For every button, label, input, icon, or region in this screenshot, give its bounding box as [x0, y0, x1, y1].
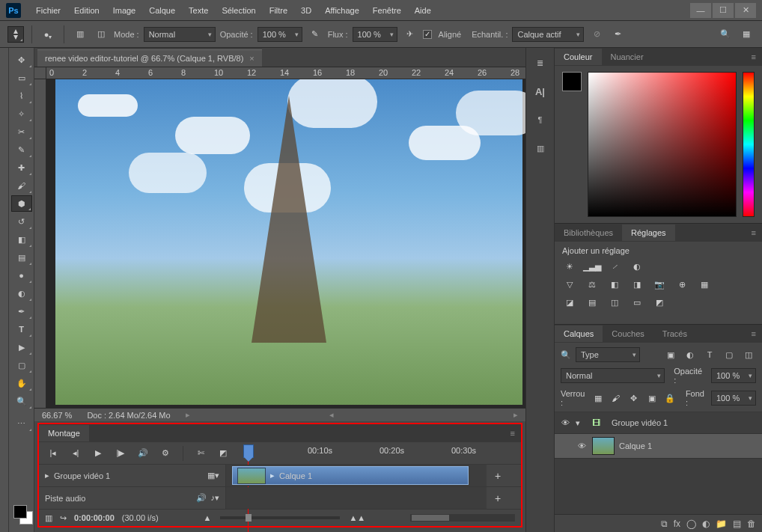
menu-image[interactable]: Image — [107, 3, 142, 18]
hand-tool[interactable]: ✋ — [11, 375, 32, 391]
playhead[interactable] — [243, 444, 254, 458]
prev-frame-icon[interactable]: ◂| — [67, 445, 84, 462]
split-clip-icon[interactable]: ✄ — [192, 445, 209, 462]
current-tool-icon[interactable] — [7, 26, 24, 43]
zoom-out-icon[interactable]: ▲ — [204, 513, 212, 522]
ignore-adjustment-icon[interactable]: ⊘ — [588, 26, 605, 43]
doc-size-status[interactable]: Doc : 2.64 Mo/2.64 Mo — [87, 411, 170, 420]
menu-calque[interactable]: Calque — [143, 3, 181, 18]
vibrance-icon[interactable]: ▽ — [562, 278, 577, 291]
collapse-icon[interactable]: ▾ — [576, 418, 580, 428]
filter-smart-icon[interactable]: ◫ — [741, 348, 756, 361]
new-group-icon[interactable]: 📁 — [716, 519, 727, 529]
menu-filtre[interactable]: Filtre — [263, 3, 293, 18]
layers-panel-menu-icon[interactable]: ≡ — [746, 329, 762, 338]
menu-fenetre[interactable]: Fenêtre — [367, 3, 407, 18]
gradientmap-icon[interactable]: ▭ — [630, 296, 644, 309]
lock-pixels-icon[interactable]: ▦ — [591, 391, 605, 405]
type-tool[interactable]: T — [11, 321, 32, 337]
history-brush-tool[interactable]: ↺ — [11, 213, 32, 230]
flux-dropdown[interactable]: 100 % — [353, 27, 397, 42]
eyedropper-tool[interactable]: ✎ — [11, 141, 32, 158]
current-time[interactable]: 0:00:00:00 — [74, 513, 115, 522]
next-frame-icon[interactable]: |▶ — [112, 445, 129, 462]
bibliotheques-tab[interactable]: Bibliothèques — [555, 224, 622, 241]
layer-name[interactable]: Calque 1 — [619, 441, 652, 450]
workspace-icon[interactable]: ▦ — [738, 26, 755, 43]
fg-swatch[interactable] — [562, 72, 582, 91]
timeline-ruler[interactable]: 00:10s 00:20s 00:30s — [242, 444, 515, 462]
brightness-icon[interactable]: ☀ — [562, 260, 577, 273]
curves-icon[interactable]: ⟋ — [607, 260, 622, 273]
audio-mute-icon[interactable]: 🔊 — [196, 493, 207, 503]
lock-artboard-icon[interactable]: ▣ — [645, 391, 659, 405]
opacity-dropdown[interactable]: 100 % — [257, 27, 302, 42]
history-panel-icon[interactable]: ≣ — [530, 54, 551, 72]
menu-texte[interactable]: Texte — [183, 3, 214, 18]
calques-tab[interactable]: Calques — [555, 325, 603, 342]
pressure-size-icon[interactable]: ✒ — [609, 26, 626, 43]
nuancier-tab[interactable]: Nuancier — [602, 49, 653, 65]
timeline-zoom-slider[interactable]: ▲ ▲▲ — [166, 513, 403, 522]
path-select-tool[interactable]: ▶ — [11, 339, 32, 355]
menu-edition[interactable]: Edition — [68, 3, 106, 18]
hue-slider[interactable] — [743, 72, 755, 217]
goto-start-icon[interactable]: |◂ — [45, 445, 61, 462]
add-audio-icon[interactable]: + — [487, 492, 509, 504]
marquee-tool[interactable]: ▭ — [11, 70, 32, 86]
blur-tool[interactable]: ● — [11, 267, 32, 284]
opacity-pressure-icon[interactable]: ✎ — [307, 26, 323, 43]
filter-shape-icon[interactable]: ▢ — [722, 348, 737, 361]
lock-paint-icon[interactable]: 🖌 — [609, 391, 623, 405]
posterize-icon[interactable]: ▤ — [585, 296, 600, 309]
clone-stamp-tool[interactable]: ⬢ — [11, 195, 32, 212]
traces-tab[interactable]: Tracés — [653, 325, 696, 342]
healing-tool[interactable]: ✚ — [11, 159, 32, 176]
menu-affichage[interactable]: Affichage — [319, 3, 365, 18]
brush-panel-toggle-icon[interactable]: ▥ — [72, 26, 88, 43]
mute-icon[interactable]: 🔊 — [135, 445, 151, 462]
edit-toolbar[interactable]: ⋯ — [11, 415, 32, 432]
timeline-settings-icon[interactable]: ⚙ — [157, 445, 174, 462]
video-clip[interactable]: ▸ Calque 1 — [232, 466, 469, 485]
filter-image-icon[interactable]: ▣ — [663, 348, 678, 361]
lock-position-icon[interactable]: ✥ — [627, 391, 641, 405]
brush-tool[interactable]: 🖌 — [11, 177, 32, 194]
play-icon[interactable]: ▶ — [90, 445, 106, 462]
new-layer-icon[interactable]: ▤ — [733, 519, 741, 529]
audio-note-icon[interactable]: ♪▾ — [211, 493, 220, 503]
filter-type-icon[interactable]: T — [702, 348, 717, 361]
layer-filter-dropdown[interactable]: Type — [576, 347, 640, 362]
expand-track-icon[interactable]: ▸ — [45, 471, 49, 480]
canvas[interactable] — [46, 79, 525, 408]
search-icon[interactable]: 🔍 — [717, 26, 734, 43]
foreground-color[interactable] — [13, 505, 27, 519]
threshold-icon[interactable]: ◫ — [607, 296, 622, 309]
layer-opacity-dropdown[interactable]: 100 % — [711, 368, 756, 383]
close-tab-icon[interactable]: × — [249, 54, 254, 63]
new-fill-adj-icon[interactable]: ◐ — [702, 519, 710, 529]
bw-icon[interactable]: ◨ — [630, 278, 644, 291]
track-film-icon[interactable]: ▦▾ — [207, 471, 219, 480]
dodge-tool[interactable]: ◐ — [11, 285, 32, 302]
saturation-brightness-field[interactable] — [588, 72, 737, 217]
mode-dropdown[interactable]: Normal — [144, 27, 216, 42]
exposure-icon[interactable]: ◐ — [630, 260, 644, 273]
couleur-tab[interactable]: Couleur — [555, 49, 602, 65]
transition-icon[interactable]: ◩ — [215, 445, 231, 462]
color-panel-menu-icon[interactable]: ≡ — [746, 52, 762, 61]
reglages-tab[interactable]: Réglages — [622, 224, 674, 241]
clone-source-icon[interactable]: ◫ — [93, 26, 109, 43]
layer-group-item[interactable]: 👁 ▾ 🎞 Groupe vidéo 1 — [555, 412, 762, 434]
fill-dropdown[interactable]: 100 % — [711, 391, 756, 406]
close-button[interactable]: ✕ — [735, 3, 756, 18]
move-tool[interactable]: ✥ — [11, 52, 32, 68]
export-icon[interactable]: ↪ — [60, 513, 67, 523]
zoom-in-icon[interactable]: ▲▲ — [349, 513, 365, 522]
character-panel-icon[interactable]: A| — [530, 82, 551, 100]
menu-3d[interactable]: 3D — [295, 3, 317, 18]
visibility-icon[interactable]: 👁 — [559, 418, 571, 427]
filter-adjust-icon[interactable]: ◐ — [683, 348, 698, 361]
lock-all-icon[interactable]: 🔒 — [663, 391, 677, 405]
color-swatches[interactable] — [9, 501, 34, 532]
